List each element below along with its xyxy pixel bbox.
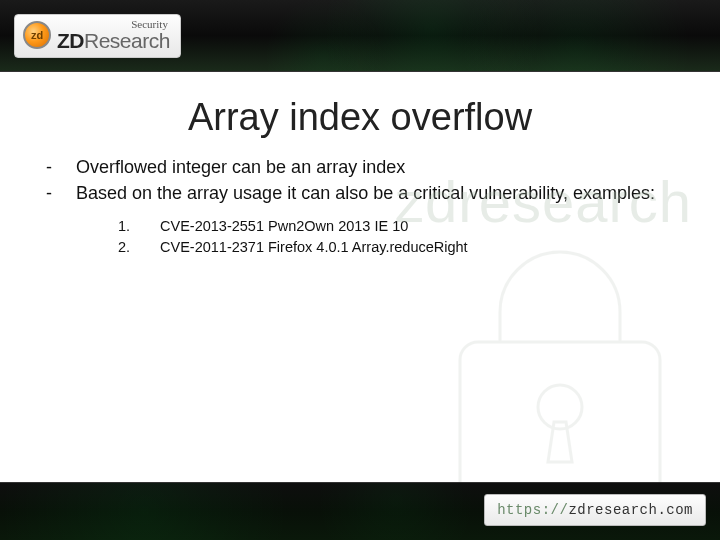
svg-rect-0 [460, 342, 660, 502]
list-index: 2. [118, 237, 134, 259]
logo-zd: ZD [57, 29, 84, 52]
bullet-text: Overflowed integer can be an array index [76, 155, 405, 179]
padlock-icon [430, 222, 690, 522]
bullet-list: - Overflowed integer can be an array ind… [40, 155, 680, 206]
bullet-dash-icon: - [46, 181, 58, 205]
logo-icon: zd [23, 21, 51, 49]
list-item: 2. CVE-2011-2371 Firefox 4.0.1 Array.red… [118, 237, 680, 259]
list-index: 1. [118, 216, 134, 238]
bullet-item: - Overflowed integer can be an array ind… [46, 155, 680, 179]
numbered-list: 1. CVE-2013-2551 Pwn2Own 2013 IE 10 2. C… [40, 216, 680, 260]
bullet-text: Based on the array usage it can also be … [76, 181, 655, 205]
list-text: CVE-2011-2371 Firefox 4.0.1 Array.reduce… [160, 237, 468, 259]
logo-text: Security ZDResearch [57, 19, 170, 51]
slide-content: zdresearch Array index overflow - Overfl… [0, 72, 720, 482]
bottom-banner: https://zdresearch.com [0, 482, 720, 540]
url-host: zdresearch.com [568, 502, 693, 518]
list-item: 1. CVE-2013-2551 Pwn2Own 2013 IE 10 [118, 216, 680, 238]
bullet-dash-icon: - [46, 155, 58, 179]
brand-logo: zd Security ZDResearch [14, 14, 181, 58]
footer-url: https://zdresearch.com [484, 494, 706, 526]
url-protocol: https:// [497, 502, 568, 518]
slide-title: Array index overflow [40, 96, 680, 139]
svg-point-1 [538, 385, 582, 429]
logo-rest: Research [84, 29, 170, 52]
bullet-item: - Based on the array usage it can also b… [46, 181, 680, 205]
list-text: CVE-2013-2551 Pwn2Own 2013 IE 10 [160, 216, 408, 238]
top-banner: zd Security ZDResearch [0, 0, 720, 72]
